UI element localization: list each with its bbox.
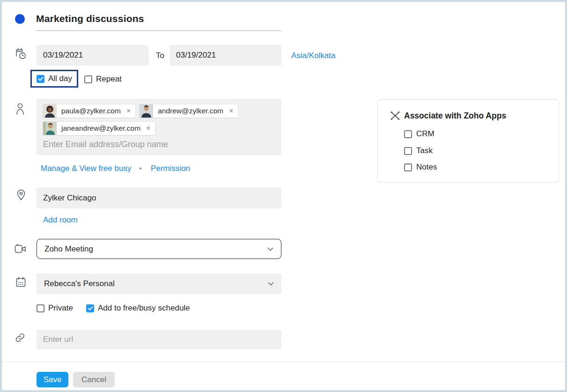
chevron-down-icon bbox=[267, 247, 273, 251]
chevron-down-icon bbox=[268, 282, 274, 286]
avatar bbox=[43, 121, 57, 135]
task-checkbox[interactable] bbox=[404, 147, 412, 155]
attendees-icon bbox=[16, 103, 26, 116]
attendee-email: andrew@zylker.com bbox=[153, 107, 228, 115]
remove-attendee-icon[interactable]: × bbox=[125, 107, 135, 115]
app-option-notes[interactable]: Notes bbox=[404, 163, 437, 172]
calendar-selected: Rebecca's Personal bbox=[44, 279, 115, 288]
private-label: Private bbox=[48, 303, 73, 313]
all-day-option[interactable]: All day bbox=[30, 70, 78, 88]
attendee-input-placeholder[interactable]: Enter Email address/Group name bbox=[43, 140, 168, 149]
attendees-box[interactable]: paula@zylker.com × andrew@zylker.com × bbox=[37, 99, 281, 155]
repeat-checkbox[interactable] bbox=[84, 75, 92, 83]
start-date-input[interactable] bbox=[37, 45, 148, 66]
private-checkbox[interactable] bbox=[37, 304, 44, 312]
crm-label: CRM bbox=[416, 129, 434, 139]
permission-link[interactable]: Permission bbox=[151, 164, 190, 173]
notes-label: Notes bbox=[416, 163, 437, 172]
attendee-chip: janeandrew@zylker.com × bbox=[43, 121, 155, 135]
attendee-email: janeandrew@zylker.com bbox=[57, 124, 145, 133]
remove-attendee-icon[interactable]: × bbox=[145, 124, 155, 133]
free-busy-checkbox[interactable] bbox=[86, 304, 94, 312]
save-button[interactable]: Save bbox=[37, 372, 68, 387]
repeat-option[interactable]: Repeat bbox=[84, 74, 122, 84]
calendar-select[interactable]: Rebecca's Personal bbox=[37, 274, 281, 294]
url-input[interactable] bbox=[37, 330, 281, 349]
event-editor: Marketing discussions To Asia/Kolkata Al… bbox=[0, 0, 567, 392]
attendee-chip: andrew@zylker.com × bbox=[139, 104, 238, 118]
to-label: To bbox=[156, 51, 164, 60]
end-date-input[interactable] bbox=[169, 45, 281, 66]
repeat-label: Repeat bbox=[96, 74, 122, 84]
private-option[interactable]: Private bbox=[37, 303, 73, 313]
all-day-checkbox[interactable] bbox=[37, 75, 44, 83]
attendee-email: paula@zylker.com bbox=[57, 107, 125, 115]
app-option-task[interactable]: Task bbox=[404, 146, 433, 155]
calendar-icon bbox=[15, 276, 26, 288]
manage-free-busy-link[interactable]: Manage & View free busy bbox=[41, 164, 131, 173]
url-link-icon bbox=[15, 332, 26, 343]
timezone-link[interactable]: Asia/Kolkata bbox=[291, 51, 336, 60]
cancel-button[interactable]: Cancel bbox=[73, 372, 115, 387]
avatar bbox=[140, 104, 153, 118]
event-title[interactable]: Marketing discussions bbox=[36, 13, 144, 24]
footer-divider bbox=[2, 362, 565, 362]
location-input[interactable] bbox=[37, 187, 281, 208]
zoho-apps-title: Associate with Zoho Apps bbox=[404, 111, 506, 121]
event-color-dot[interactable] bbox=[15, 14, 25, 24]
location-icon bbox=[16, 189, 26, 201]
add-room-link[interactable]: Add room bbox=[43, 215, 78, 225]
datetime-icon bbox=[15, 47, 27, 60]
title-underline bbox=[36, 30, 281, 31]
associate-apps-icon bbox=[390, 111, 400, 120]
conferencing-select[interactable]: Zoho Meeting bbox=[37, 239, 281, 259]
free-busy-label: Add to free/busy schedule bbox=[98, 303, 190, 313]
crm-checkbox[interactable] bbox=[404, 130, 412, 138]
task-label: Task bbox=[416, 146, 433, 155]
zoho-apps-panel: Associate with Zoho Apps CRM Task Notes bbox=[377, 99, 559, 183]
remove-attendee-icon[interactable]: × bbox=[228, 107, 238, 115]
app-option-crm[interactable]: CRM bbox=[404, 129, 434, 139]
link-separator: • bbox=[139, 164, 142, 173]
avatar bbox=[43, 104, 57, 118]
conferencing-selected: Zoho Meeting bbox=[44, 244, 93, 254]
attendee-chip: paula@zylker.com × bbox=[43, 104, 136, 118]
all-day-label: All day bbox=[48, 74, 72, 83]
notes-checkbox[interactable] bbox=[404, 163, 412, 171]
free-busy-option[interactable]: Add to free/busy schedule bbox=[86, 303, 190, 313]
video-camera-icon bbox=[15, 244, 27, 254]
